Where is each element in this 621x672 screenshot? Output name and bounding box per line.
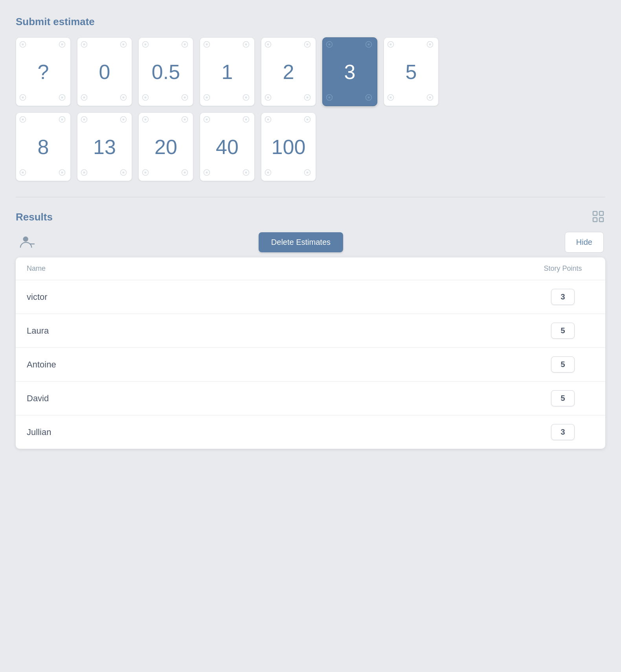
- svg-point-41: [329, 44, 330, 45]
- table-row: victor 3: [16, 280, 605, 314]
- card-corner-tr: [59, 41, 67, 50]
- card-corner-bl: [265, 169, 273, 178]
- svg-point-45: [329, 97, 330, 98]
- svg-point-25: [206, 44, 208, 45]
- card-8[interactable]: 8: [16, 112, 71, 181]
- table-row: Laura 5: [16, 314, 605, 348]
- card-40[interactable]: 40: [200, 112, 255, 181]
- card-13[interactable]: 13: [77, 112, 132, 181]
- card-1[interactable]: 1: [200, 37, 255, 106]
- card-corner-tl: [203, 41, 212, 50]
- svg-point-31: [246, 97, 247, 98]
- card-corner-br: [426, 94, 435, 103]
- card-corner-bl: [81, 94, 89, 103]
- card-corner-tl: [19, 41, 28, 50]
- points-badge-2: 5: [551, 356, 575, 373]
- card-20[interactable]: 20: [138, 112, 193, 181]
- row-points-2: 5: [531, 356, 594, 373]
- card-corner-tr: [181, 41, 190, 50]
- card-corner-br: [59, 169, 67, 178]
- column-header-name: Name: [27, 264, 531, 273]
- card-corner-tl: [19, 116, 28, 125]
- svg-point-83: [246, 119, 247, 120]
- svg-point-67: [123, 119, 124, 120]
- card-corner-br: [59, 94, 67, 103]
- svg-point-37: [268, 97, 269, 98]
- card-corner-tr: [426, 41, 435, 50]
- card-corner-tr: [304, 116, 312, 125]
- hide-button[interactable]: Hide: [565, 232, 604, 253]
- row-points-3: 5: [531, 390, 594, 406]
- svg-point-57: [22, 119, 24, 120]
- svg-point-11: [123, 44, 124, 45]
- results-table: Name Story Points victor 3 Laura 5 Antoi…: [16, 257, 605, 449]
- svg-point-59: [62, 119, 63, 120]
- card-corner-bl: [142, 169, 151, 178]
- svg-point-35: [307, 44, 308, 45]
- card-0[interactable]: 0: [77, 37, 132, 106]
- card-corner-br: [243, 169, 251, 178]
- svg-point-19: [184, 44, 186, 45]
- card-corner-tr: [59, 116, 67, 125]
- table-row: David 5: [16, 382, 605, 415]
- points-badge-4: 3: [551, 424, 575, 440]
- cards-row-1: ? 0: [16, 37, 605, 106]
- svg-point-29: [206, 97, 208, 98]
- row-name-1: Laura: [27, 326, 531, 336]
- svg-point-55: [430, 97, 431, 98]
- card-3[interactable]: 3: [322, 37, 377, 106]
- card-?[interactable]: ?: [16, 37, 71, 106]
- svg-point-47: [368, 97, 369, 98]
- delete-estimates-button[interactable]: Delete Estimates: [259, 232, 343, 252]
- row-points-1: 5: [531, 323, 594, 339]
- card-corner-br: [304, 169, 312, 178]
- card-corner-tl: [81, 116, 89, 125]
- svg-point-63: [62, 172, 63, 173]
- svg-point-5: [22, 97, 24, 98]
- card-corner-br: [304, 94, 312, 103]
- svg-point-87: [246, 172, 247, 173]
- results-controls: Delete Estimates Hide: [16, 232, 605, 253]
- card-value: 100: [272, 137, 306, 157]
- card-corner-bl: [81, 169, 89, 178]
- svg-point-7: [62, 97, 63, 98]
- card-corner-tr: [181, 116, 190, 125]
- card-5[interactable]: 5: [384, 37, 439, 106]
- svg-point-89: [268, 119, 269, 120]
- card-corner-tl: [142, 41, 151, 50]
- svg-point-21: [145, 97, 146, 98]
- card-100[interactable]: 100: [261, 112, 316, 181]
- card-2[interactable]: 2: [261, 37, 316, 106]
- card-corner-tr: [120, 116, 129, 125]
- card-0.5[interactable]: 0.5: [138, 37, 193, 106]
- card-corner-tl: [142, 116, 151, 125]
- card-value: 20: [154, 137, 177, 157]
- svg-point-23: [184, 97, 186, 98]
- card-corner-bl: [19, 169, 28, 178]
- points-badge-3: 5: [551, 390, 575, 406]
- card-corner-bl: [203, 94, 212, 103]
- row-name-2: Antoine: [27, 360, 531, 370]
- table-header: Name Story Points: [16, 257, 605, 280]
- svg-rect-97: [599, 211, 603, 215]
- card-corner-br: [365, 94, 374, 103]
- svg-point-65: [84, 119, 85, 120]
- card-corner-bl: [265, 94, 273, 103]
- remove-user-button[interactable]: [17, 232, 37, 253]
- svg-point-93: [268, 172, 269, 173]
- cards-row-2: 8 13: [16, 112, 605, 181]
- card-value: 13: [93, 137, 116, 157]
- card-value: ?: [38, 62, 49, 82]
- row-points-0: 3: [531, 289, 594, 305]
- points-badge-0: 3: [551, 289, 575, 305]
- card-corner-tr: [243, 116, 251, 125]
- fullscreen-button[interactable]: [591, 210, 605, 224]
- svg-point-91: [307, 119, 308, 120]
- svg-point-49: [390, 44, 391, 45]
- svg-point-27: [246, 44, 247, 45]
- fullscreen-icon: [592, 210, 604, 223]
- card-corner-tr: [120, 41, 129, 50]
- card-corner-br: [120, 169, 129, 178]
- results-title: Results: [16, 211, 53, 223]
- svg-point-75: [184, 119, 186, 120]
